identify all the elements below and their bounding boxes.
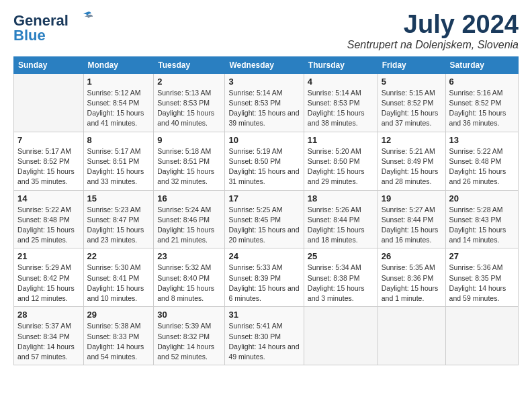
week-row: 14Sunrise: 5:22 AMSunset: 8:48 PMDayligh… (14, 190, 519, 248)
logo: General Blue (13, 11, 93, 43)
header-cell-saturday: Saturday (445, 56, 518, 73)
day-number: 25 (308, 251, 374, 261)
day-info: Sunrise: 5:41 AMSunset: 8:30 PMDaylight:… (228, 321, 300, 362)
logo-blue-text: Blue (13, 28, 46, 43)
day-cell: 13Sunrise: 5:22 AMSunset: 8:48 PMDayligh… (445, 132, 518, 190)
day-cell: 4Sunrise: 5:14 AMSunset: 8:53 PMDaylight… (304, 73, 378, 132)
day-info: Sunrise: 5:28 AMSunset: 8:43 PMDaylight:… (449, 205, 515, 246)
day-info: Sunrise: 5:25 AMSunset: 8:45 PMDaylight:… (228, 205, 300, 246)
header-cell-sunday: Sunday (14, 56, 84, 73)
day-cell: 20Sunrise: 5:28 AMSunset: 8:43 PMDayligh… (445, 190, 518, 248)
day-cell: 30Sunrise: 5:39 AMSunset: 8:32 PMDayligh… (154, 307, 225, 365)
day-cell: 24Sunrise: 5:33 AMSunset: 8:39 PMDayligh… (225, 248, 304, 307)
day-number: 2 (157, 77, 221, 87)
day-cell: 11Sunrise: 5:20 AMSunset: 8:50 PMDayligh… (304, 132, 378, 190)
day-cell: 7Sunrise: 5:17 AMSunset: 8:52 PMDaylight… (14, 132, 84, 190)
day-info: Sunrise: 5:39 AMSunset: 8:32 PMDaylight:… (157, 321, 221, 362)
day-number: 22 (87, 251, 150, 261)
day-cell: 2Sunrise: 5:13 AMSunset: 8:53 PMDaylight… (154, 73, 225, 132)
header-cell-wednesday: Wednesday (225, 56, 304, 73)
day-cell: 6Sunrise: 5:16 AMSunset: 8:52 PMDaylight… (445, 73, 518, 132)
header-cell-thursday: Thursday (304, 56, 378, 73)
day-cell: 28Sunrise: 5:37 AMSunset: 8:34 PMDayligh… (14, 307, 84, 365)
day-number: 10 (228, 135, 300, 145)
day-cell (445, 307, 518, 365)
day-number: 30 (157, 310, 221, 320)
day-info: Sunrise: 5:14 AMSunset: 8:53 PMDaylight:… (308, 88, 374, 129)
day-cell: 25Sunrise: 5:34 AMSunset: 8:38 PMDayligh… (304, 248, 378, 307)
day-number: 31 (228, 310, 300, 320)
day-info: Sunrise: 5:15 AMSunset: 8:52 PMDaylight:… (382, 88, 442, 129)
day-number: 23 (157, 251, 221, 261)
day-number: 15 (87, 193, 150, 203)
header-cell-monday: Monday (83, 56, 154, 73)
day-number: 21 (17, 251, 80, 261)
day-number: 18 (308, 193, 374, 203)
title-area: July 2024 Sentrupert na Dolenjskem, Slov… (347, 11, 519, 51)
day-info: Sunrise: 5:14 AMSunset: 8:53 PMDaylight:… (228, 88, 300, 129)
day-info: Sunrise: 5:20 AMSunset: 8:50 PMDaylight:… (308, 146, 374, 187)
day-info: Sunrise: 5:23 AMSunset: 8:47 PMDaylight:… (87, 205, 150, 246)
day-number: 6 (449, 77, 515, 87)
day-cell: 8Sunrise: 5:17 AMSunset: 8:51 PMDaylight… (83, 132, 154, 190)
day-info: Sunrise: 5:34 AMSunset: 8:38 PMDaylight:… (308, 263, 374, 304)
day-info: Sunrise: 5:19 AMSunset: 8:50 PMDaylight:… (228, 146, 300, 187)
day-cell: 31Sunrise: 5:41 AMSunset: 8:30 PMDayligh… (225, 307, 304, 365)
day-number: 8 (87, 135, 150, 145)
day-cell: 21Sunrise: 5:29 AMSunset: 8:42 PMDayligh… (14, 248, 84, 307)
day-number: 5 (382, 77, 442, 87)
day-number: 9 (157, 135, 221, 145)
day-number: 3 (228, 77, 300, 87)
header-cell-tuesday: Tuesday (154, 56, 225, 73)
day-info: Sunrise: 5:22 AMSunset: 8:48 PMDaylight:… (449, 146, 515, 187)
header-cell-friday: Friday (378, 56, 445, 73)
logo-bird-icon (74, 11, 93, 26)
day-info: Sunrise: 5:12 AMSunset: 8:54 PMDaylight:… (87, 88, 150, 129)
calendar-body: 1Sunrise: 5:12 AMSunset: 8:54 PMDaylight… (14, 73, 519, 365)
day-info: Sunrise: 5:16 AMSunset: 8:52 PMDaylight:… (449, 88, 515, 129)
day-number: 19 (382, 193, 442, 203)
day-number: 24 (228, 251, 300, 261)
day-cell: 18Sunrise: 5:26 AMSunset: 8:44 PMDayligh… (304, 190, 378, 248)
day-number: 14 (17, 193, 80, 203)
day-cell: 26Sunrise: 5:35 AMSunset: 8:36 PMDayligh… (378, 248, 445, 307)
day-number: 17 (228, 193, 300, 203)
calendar-header: SundayMondayTuesdayWednesdayThursdayFrid… (14, 56, 519, 73)
day-number: 27 (449, 251, 515, 261)
day-info: Sunrise: 5:22 AMSunset: 8:48 PMDaylight:… (17, 205, 80, 246)
day-number: 12 (382, 135, 442, 145)
day-cell: 22Sunrise: 5:30 AMSunset: 8:41 PMDayligh… (83, 248, 154, 307)
day-cell: 17Sunrise: 5:25 AMSunset: 8:45 PMDayligh… (225, 190, 304, 248)
day-number: 11 (308, 135, 374, 145)
day-cell: 1Sunrise: 5:12 AMSunset: 8:54 PMDaylight… (83, 73, 154, 132)
day-number: 7 (17, 135, 80, 145)
day-info: Sunrise: 5:36 AMSunset: 8:35 PMDaylight:… (449, 263, 515, 304)
day-info: Sunrise: 5:38 AMSunset: 8:33 PMDaylight:… (87, 321, 150, 362)
day-number: 29 (87, 310, 150, 320)
day-number: 28 (17, 310, 80, 320)
day-info: Sunrise: 5:35 AMSunset: 8:36 PMDaylight:… (382, 263, 442, 304)
day-cell: 19Sunrise: 5:27 AMSunset: 8:44 PMDayligh… (378, 190, 445, 248)
day-info: Sunrise: 5:37 AMSunset: 8:34 PMDaylight:… (17, 321, 80, 362)
day-info: Sunrise: 5:32 AMSunset: 8:40 PMDaylight:… (157, 263, 221, 304)
day-info: Sunrise: 5:24 AMSunset: 8:46 PMDaylight:… (157, 205, 221, 246)
day-cell: 3Sunrise: 5:14 AMSunset: 8:53 PMDaylight… (225, 73, 304, 132)
day-info: Sunrise: 5:27 AMSunset: 8:44 PMDaylight:… (382, 205, 442, 246)
page-header: General Blue July 2024 Sentrupert na Dol… (13, 11, 519, 51)
day-cell: 10Sunrise: 5:19 AMSunset: 8:50 PMDayligh… (225, 132, 304, 190)
day-cell: 9Sunrise: 5:18 AMSunset: 8:51 PMDaylight… (154, 132, 225, 190)
day-cell: 23Sunrise: 5:32 AMSunset: 8:40 PMDayligh… (154, 248, 225, 307)
day-info: Sunrise: 5:33 AMSunset: 8:39 PMDaylight:… (228, 263, 300, 304)
day-info: Sunrise: 5:26 AMSunset: 8:44 PMDaylight:… (308, 205, 374, 246)
day-number: 13 (449, 135, 515, 145)
header-row: SundayMondayTuesdayWednesdayThursdayFrid… (14, 56, 519, 73)
day-number: 16 (157, 193, 221, 203)
month-title: July 2024 (347, 11, 519, 39)
day-number: 20 (449, 193, 515, 203)
week-row: 1Sunrise: 5:12 AMSunset: 8:54 PMDaylight… (14, 73, 519, 132)
day-info: Sunrise: 5:30 AMSunset: 8:41 PMDaylight:… (87, 263, 150, 304)
day-number: 1 (87, 77, 150, 87)
calendar-table: SundayMondayTuesdayWednesdayThursdayFrid… (13, 56, 519, 365)
day-cell: 16Sunrise: 5:24 AMSunset: 8:46 PMDayligh… (154, 190, 225, 248)
day-cell: 15Sunrise: 5:23 AMSunset: 8:47 PMDayligh… (83, 190, 154, 248)
